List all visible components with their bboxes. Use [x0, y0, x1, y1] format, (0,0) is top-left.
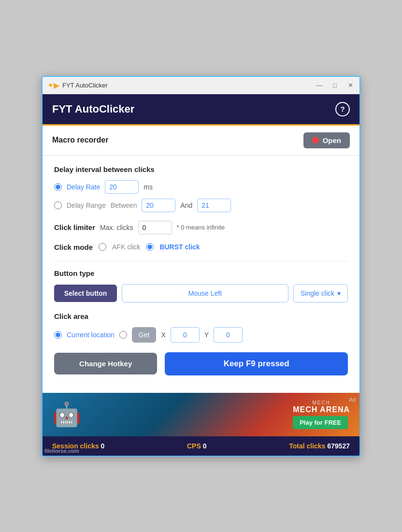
chevron-down-icon: ▾	[337, 289, 341, 297]
delay-range-and-input[interactable]	[197, 199, 231, 212]
ad-content: MECH MECH ARENA Play for FREE	[293, 400, 350, 429]
delay-rate-row: Delay Rate ms	[54, 180, 348, 194]
close-button[interactable]: ✕	[346, 82, 355, 89]
single-click-label: Single click	[301, 289, 334, 297]
macro-recorder-label: Macro recorder	[52, 136, 109, 144]
delay-rate-unit: ms	[144, 183, 153, 191]
afk-click-radio[interactable]	[99, 243, 106, 251]
delay-range-label: Delay Range	[67, 201, 106, 209]
custom-location-radio[interactable]	[119, 331, 127, 339]
total-clicks-value: 679527	[327, 442, 350, 450]
cps-label: CPS	[187, 442, 201, 450]
title-bar-controls: — □ ✕	[315, 82, 355, 89]
between-label: Between	[111, 201, 137, 209]
infinite-note: * 0 means infinite	[177, 224, 225, 231]
click-limiter-label: Click limiter	[54, 223, 95, 231]
burst-click-label: BURST click	[159, 243, 200, 251]
title-bar-title: FYT AutoClicker	[62, 82, 315, 89]
session-clicks-value: 0	[100, 442, 104, 450]
open-button[interactable]: Open	[303, 132, 350, 148]
max-clicks-label: Max. clicks	[100, 224, 133, 231]
session-clicks-label: Session clicks	[52, 442, 99, 450]
total-clicks-label: Total clicks	[289, 442, 325, 450]
button-type-row: Select button Mouse Left Single click ▾	[54, 284, 348, 302]
title-bar: ✦▶ FYT AutoClicker — □ ✕	[43, 77, 359, 94]
max-clicks-input[interactable]	[138, 221, 172, 234]
y-label: Y	[204, 331, 209, 339]
app-header: FYT AutoClicker ?	[43, 94, 359, 126]
app-icon: ✦▶	[47, 81, 59, 90]
session-clicks-item: Session clicks 0	[52, 442, 104, 450]
status-bar: Session clicks 0 CPS 0 Total clicks 6795…	[43, 436, 359, 456]
delay-range-between-input[interactable]	[142, 199, 175, 212]
delay-interval-section: Delay interval between clicks Delay Rate…	[54, 165, 348, 212]
maximize-button[interactable]: □	[330, 82, 339, 89]
afk-click-label: AFK click	[112, 243, 140, 251]
mouse-left-button[interactable]: Mouse Left	[122, 284, 288, 302]
ad-title: MECH ARENA	[293, 405, 350, 414]
macro-recorder-bar: Macro recorder Open	[43, 126, 359, 156]
action-buttons-row: Change Hotkey Keep F9 pressed	[54, 352, 348, 375]
current-location-radio[interactable]	[54, 331, 62, 339]
ad-robot: 🤖	[52, 401, 81, 428]
ad-banner: 🤖 MECH MECH ARENA Play for FREE Ad	[43, 393, 359, 436]
open-button-label: Open	[323, 136, 341, 144]
and-label: And	[180, 201, 192, 209]
delay-rate-input[interactable]	[105, 180, 139, 194]
help-button[interactable]: ?	[335, 102, 350, 116]
click-area-section: Click area Current location Get X Y	[54, 312, 348, 343]
button-type-section: Button type Select button Mouse Left Sin…	[54, 269, 348, 302]
cps-value: 0	[203, 442, 207, 450]
divider-1	[54, 261, 348, 261]
click-area-row: Current location Get X Y	[54, 327, 348, 343]
delay-rate-label: Delay Rate	[67, 183, 100, 191]
minimize-button[interactable]: —	[315, 82, 324, 89]
click-mode-row: Click mode AFK click BURST click	[54, 243, 348, 251]
delay-range-row: Delay Range Between And	[54, 199, 348, 212]
total-clicks-item: Total clicks 679527	[289, 442, 350, 450]
select-button[interactable]: Select button	[54, 285, 117, 302]
cps-item: CPS 0	[187, 442, 206, 450]
app-title: FYT AutoClicker	[52, 103, 134, 115]
ad-subtitle: MECH	[293, 400, 350, 405]
x-input[interactable]	[171, 327, 200, 343]
main-content: Delay interval between clicks Delay Rate…	[43, 156, 359, 393]
ad-play-button[interactable]: Play for FREE	[293, 416, 348, 429]
click-limiter-row: Click limiter Max. clicks * 0 means infi…	[54, 221, 348, 234]
button-type-title: Button type	[54, 269, 348, 277]
single-click-dropdown[interactable]: Single click ▾	[293, 284, 348, 302]
current-location-label: Current location	[67, 331, 115, 339]
keep-f9-button[interactable]: Keep F9 pressed	[165, 352, 348, 375]
get-button[interactable]: Get	[132, 327, 157, 343]
delay-range-radio[interactable]	[54, 201, 62, 209]
click-area-title: Click area	[54, 312, 348, 320]
burst-click-radio[interactable]	[146, 243, 154, 251]
y-input[interactable]	[214, 327, 243, 343]
x-label: X	[161, 331, 165, 339]
ad-label: Ad	[349, 397, 356, 403]
click-mode-title: Click mode	[54, 243, 93, 251]
change-hotkey-button[interactable]: Change Hotkey	[54, 353, 157, 374]
delay-rate-radio[interactable]	[54, 183, 62, 191]
delay-interval-title: Delay interval between clicks	[54, 165, 348, 173]
record-dot	[312, 137, 319, 144]
